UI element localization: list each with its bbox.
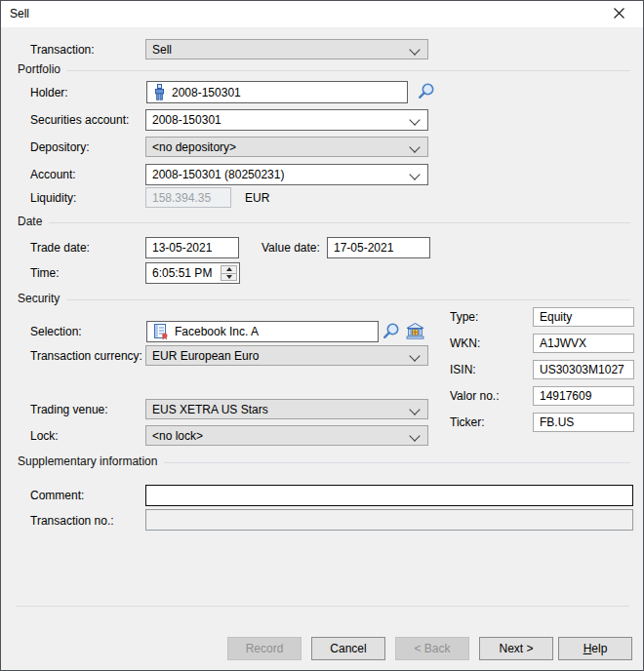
holder-input[interactable]: 2008-150301 <box>146 81 408 103</box>
chevron-down-icon <box>409 430 420 441</box>
help-rest: elp <box>591 642 607 655</box>
chevron-down-icon <box>409 169 420 179</box>
cancel-button[interactable]: Cancel <box>311 637 385 660</box>
supplementary-group-header: Supplementary information <box>18 454 630 468</box>
window-title: Sell <box>10 7 29 20</box>
trading-venue-combobox[interactable]: EUS XETRA US Stars <box>145 399 428 419</box>
account-combobox[interactable]: 2008-150301 (80250231) <box>145 164 428 185</box>
person-icon <box>153 84 166 100</box>
valor-no-label: Valor no.: <box>450 389 499 403</box>
depository-label: Depository: <box>30 140 90 154</box>
lock-combobox[interactable]: <no lock> <box>145 425 428 446</box>
spinner-down-button[interactable] <box>221 273 236 281</box>
type-field: Equity <box>533 307 634 327</box>
transaction-value: Sell <box>152 43 172 57</box>
securities-account-combobox[interactable]: 2008-150301 <box>145 109 428 131</box>
transaction-label: Transaction: <box>30 43 95 57</box>
security-search-button[interactable] <box>381 322 401 342</box>
arrow-up-icon <box>226 267 232 271</box>
trading-venue-value: EUS XETRA US Stars <box>152 403 268 416</box>
chevron-down-icon <box>409 44 420 55</box>
search-icon <box>382 322 400 343</box>
liquidity-value: 158.394.35 <box>152 191 211 205</box>
security-group-header: Security <box>18 292 630 305</box>
holder-label: Holder: <box>30 86 68 99</box>
wkn-value: A1JWVX <box>540 336 586 350</box>
portfolio-header-label: Portfolio <box>18 62 60 76</box>
ticker-value: FB.US <box>540 415 574 429</box>
ticker-field: FB.US <box>533 413 634 432</box>
isin-field: US30303M1027 <box>533 360 634 379</box>
chevron-down-icon <box>409 350 420 361</box>
arrow-down-icon <box>226 275 232 279</box>
transaction-combobox[interactable]: Sell <box>145 39 428 59</box>
search-icon <box>417 82 435 103</box>
holder-search-button[interactable] <box>415 82 436 103</box>
selection-value: Facebook Inc. A <box>175 325 259 338</box>
ticker-label: Ticker: <box>450 415 485 429</box>
transaction-currency-value: EUR European Euro <box>152 349 259 363</box>
liquidity-currency-label: EUR <box>245 191 269 205</box>
group-divider <box>49 222 630 223</box>
lock-label: Lock: <box>30 429 59 443</box>
holder-value: 2008-150301 <box>172 86 241 99</box>
trading-venue-label: Trading venue: <box>30 403 108 416</box>
transaction-currency-label: Transaction currency: <box>30 349 142 363</box>
isin-label: ISIN: <box>450 363 476 376</box>
selection-input[interactable]: Facebook Inc. A <box>146 321 379 342</box>
valor-no-value: 14917609 <box>540 389 591 403</box>
trading-venue-button[interactable] <box>405 323 425 341</box>
title-bar: Sell <box>1 1 643 27</box>
close-icon <box>613 7 625 22</box>
footer-divider <box>17 606 629 607</box>
valor-no-field: 14917609 <box>533 386 634 406</box>
bank-icon <box>406 323 424 342</box>
close-button[interactable] <box>602 4 635 24</box>
transaction-no-label: Transaction no.: <box>30 514 114 528</box>
record-button: Record <box>227 637 302 660</box>
security-header-label: Security <box>18 292 60 305</box>
liquidity-label: Liquidity: <box>30 191 76 205</box>
trade-date-label: Trade date: <box>30 241 90 255</box>
sell-dialog: Sell Transaction: Sell Portfolio Holder: <box>0 0 644 671</box>
securities-account-label: Securities account: <box>30 113 129 127</box>
value-date-input[interactable]: 17-05-2021 <box>327 237 430 258</box>
supplementary-header-label: Supplementary information <box>18 454 157 468</box>
depository-value: <no depository> <box>152 140 236 154</box>
selection-label: Selection: <box>30 325 82 338</box>
liquidity-field: 158.394.35 <box>145 187 231 208</box>
comment-input[interactable] <box>145 485 633 506</box>
date-header-label: Date <box>18 215 42 228</box>
time-value: 6:05:51 PM <box>152 266 212 280</box>
wkn-field: A1JWVX <box>533 334 634 353</box>
isin-value: US30303M1027 <box>540 363 624 376</box>
depository-combobox[interactable]: <no depository> <box>145 137 428 157</box>
value-date-value: 17-05-2021 <box>334 241 393 255</box>
chevron-down-icon <box>409 141 420 152</box>
account-label: Account: <box>30 168 76 181</box>
group-divider <box>66 299 630 300</box>
time-label: Time: <box>30 266 60 280</box>
chevron-down-icon <box>409 404 420 414</box>
group-divider <box>164 462 630 463</box>
transaction-currency-combobox[interactable]: EUR European Euro <box>145 345 428 366</box>
type-value: Equity <box>540 310 572 324</box>
trade-date-input[interactable]: 13-05-2021 <box>145 237 239 258</box>
account-value: 2008-150301 (80250231) <box>152 168 284 181</box>
date-group-header: Date <box>18 215 630 228</box>
time-spinner[interactable] <box>221 265 237 281</box>
next-button[interactable]: Next > <box>479 637 553 660</box>
portfolio-group-header: Portfolio <box>18 62 630 76</box>
lock-value: <no lock> <box>152 429 203 443</box>
chevron-down-icon <box>409 114 420 125</box>
time-input[interactable]: 6:05:51 PM <box>145 262 240 284</box>
group-divider <box>67 70 630 71</box>
comment-label: Comment: <box>30 489 84 502</box>
type-label: Type: <box>450 310 478 324</box>
wkn-label: WKN: <box>450 336 480 350</box>
trade-date-value: 13-05-2021 <box>152 241 212 255</box>
security-document-icon <box>153 324 169 339</box>
help-button[interactable]: Help <box>558 637 632 660</box>
value-date-label: Value date: <box>262 241 320 255</box>
back-button: < Back <box>395 637 469 660</box>
